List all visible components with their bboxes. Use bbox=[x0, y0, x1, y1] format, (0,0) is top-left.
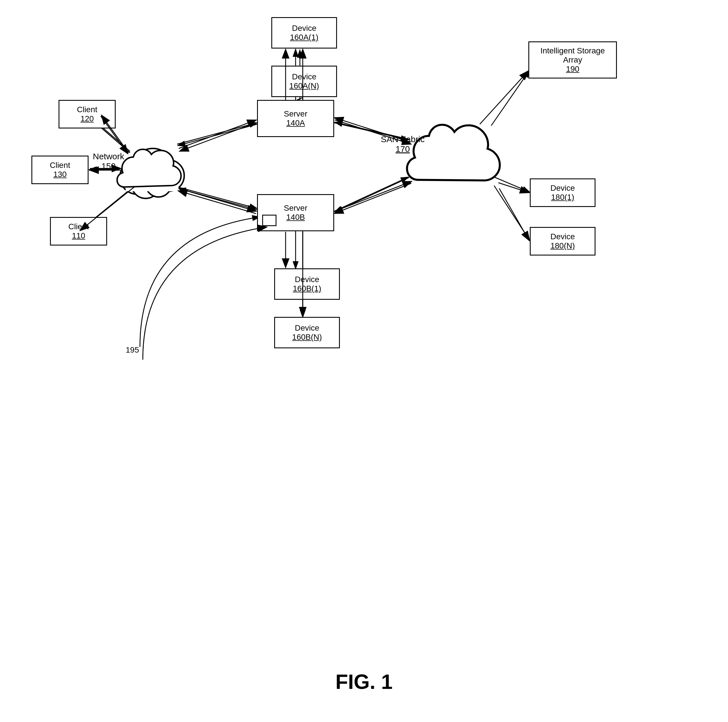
svg-line-12 bbox=[335, 177, 409, 212]
device-180-1-label: Device bbox=[551, 183, 575, 193]
client-130-ref: 130 bbox=[54, 170, 67, 179]
client-110-box: Client 110 bbox=[50, 217, 107, 246]
device-180n-box: Device 180(N) bbox=[530, 227, 595, 255]
device-160bn-label: Device bbox=[295, 324, 319, 333]
san-fabric-ref: 170 bbox=[349, 144, 457, 154]
san-cloud-svg bbox=[403, 111, 511, 203]
device-160b1-label: Device bbox=[295, 275, 319, 284]
client-120-box: Client 120 bbox=[58, 100, 116, 128]
network-ref: 150 bbox=[67, 161, 150, 171]
server-140b-label: Server bbox=[284, 203, 307, 213]
device-160bn-box: Device 160B(N) bbox=[274, 317, 340, 348]
network-150-cloud: Network 150 bbox=[109, 131, 191, 208]
figure-label: FIG. 1 bbox=[0, 670, 728, 693]
intelligent-storage-ref: 190 bbox=[566, 64, 580, 74]
client-120-label: Client bbox=[77, 105, 97, 114]
server-140b-box: Server 140B bbox=[257, 194, 334, 231]
device-160a1-ref: 160A(1) bbox=[290, 33, 318, 42]
arrow-label-195: 195 bbox=[125, 345, 139, 354]
device-160an-ref: 160A(N) bbox=[289, 81, 319, 90]
diagram: Device 160A(1) Device 160A(N) Intelligen… bbox=[0, 0, 728, 722]
svg-line-11 bbox=[334, 177, 408, 211]
san-fabric-text: SAN Fabric 170 bbox=[349, 134, 457, 154]
client-110-ref: 110 bbox=[72, 231, 86, 240]
device-160b1-box: Device 160B(1) bbox=[274, 269, 340, 300]
client-110-label: Client bbox=[68, 222, 89, 231]
device-160bn-ref: 160B(N) bbox=[292, 333, 322, 342]
device-180-1-box: Device 180(1) bbox=[530, 179, 595, 207]
device-160an-box: Device 160A(N) bbox=[271, 66, 337, 97]
san-fabric-label: SAN Fabric bbox=[349, 134, 457, 144]
device-160an-label: Device bbox=[292, 72, 317, 81]
server-140b-ref: 140B bbox=[286, 213, 305, 222]
san-fabric-170-cloud: SAN Fabric 170 bbox=[403, 111, 511, 203]
network-label: Network bbox=[67, 152, 150, 161]
network-150-text: Network 150 bbox=[67, 152, 150, 171]
device-160a1-box: Device 160A(1) bbox=[271, 17, 337, 49]
intelligent-storage-label2: Array bbox=[563, 55, 582, 64]
intelligent-storage-label: Intelligent Storage bbox=[540, 46, 605, 55]
intelligent-storage-box: Intelligent Storage Array 190 bbox=[528, 41, 617, 78]
server-140a-box: Server 140A bbox=[257, 100, 334, 137]
client-120-ref: 120 bbox=[81, 114, 94, 123]
server-140a-ref: 140A bbox=[286, 119, 305, 128]
device-180-1-ref: 180(1) bbox=[551, 193, 574, 202]
device-160b1-ref: 160B(1) bbox=[293, 284, 321, 293]
device-160a1-label: Device bbox=[292, 24, 317, 33]
device-180n-ref: 180(N) bbox=[551, 241, 575, 250]
server-140a-label: Server bbox=[284, 109, 307, 119]
device-180n-label: Device bbox=[551, 232, 575, 241]
